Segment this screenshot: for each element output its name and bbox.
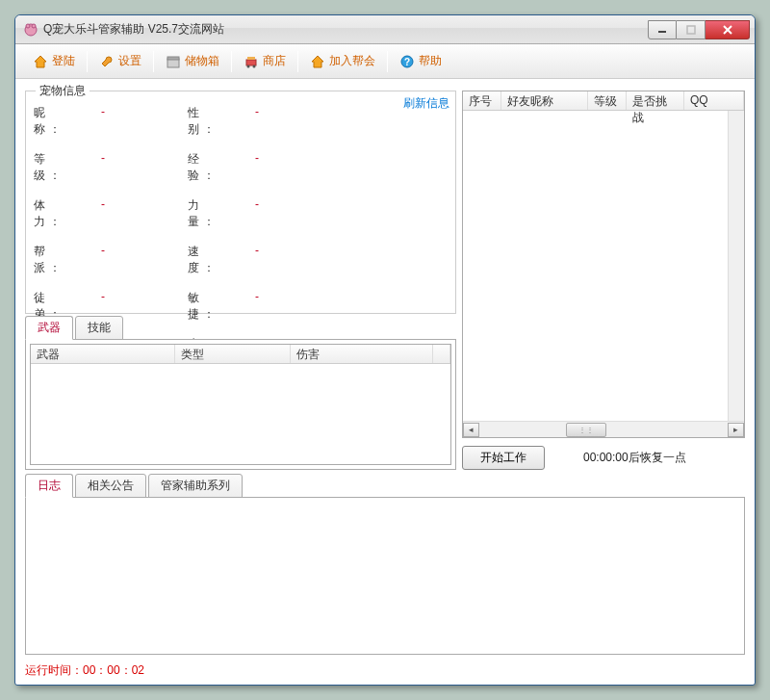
col-weapon-name[interactable]: 武器	[31, 345, 175, 363]
tab-weapon[interactable]: 武器	[25, 316, 73, 340]
friend-rows	[463, 111, 728, 421]
maximize-button	[677, 20, 706, 39]
svg-point-1	[26, 24, 30, 28]
speed-label: 速 度：	[188, 244, 245, 276]
help-button[interactable]: ? 帮助	[399, 53, 442, 69]
weapon-tab-host: 武器 技能 武器 类型 伤害	[25, 316, 456, 470]
svg-marker-14	[312, 56, 323, 67]
level-value: -	[101, 151, 178, 184]
horizontal-scrollbar[interactable]: ◂ ⋮⋮ ▸	[463, 421, 744, 437]
wrench-icon	[99, 54, 115, 69]
tab-log[interactable]: 日志	[25, 474, 73, 498]
tab-series[interactable]: 管家辅助系列	[148, 474, 243, 498]
speed-value: -	[255, 244, 313, 276]
log-tab-host: 日志 相关公告 管家辅助系列	[25, 474, 745, 655]
nickname-label: 昵 称：	[34, 105, 91, 138]
app-window: Q宠大乐斗管家辅助 V25.7交流网站 登陆 设置	[14, 14, 756, 686]
svg-marker-7	[35, 56, 46, 67]
storage-button[interactable]: 储物箱	[166, 53, 219, 69]
log-pane	[25, 497, 745, 655]
svg-point-12	[253, 65, 256, 67]
box-icon	[166, 54, 181, 69]
scroll-left-icon[interactable]: ◂	[463, 423, 479, 437]
login-button[interactable]: 登陆	[33, 53, 75, 69]
help-label: 帮助	[419, 53, 442, 69]
shop-button[interactable]: 商店	[244, 53, 286, 69]
storage-label: 储物箱	[185, 53, 219, 69]
restore-status: 00:00:00后恢复一点	[583, 450, 686, 466]
col-seq[interactable]: 序号	[463, 91, 501, 110]
power-label: 力 量：	[188, 197, 245, 230]
start-button[interactable]: 开始工作	[462, 446, 545, 470]
pet-info-group: 宠物信息 刷新信息 昵 称： - 性 别： - 等 级： - 经 验： - 体 …	[25, 91, 456, 314]
cart-icon	[244, 54, 259, 69]
shop-label: 商店	[263, 53, 286, 69]
svg-rect-4	[687, 26, 695, 34]
friend-list: 序号 好友昵称 等级 是否挑战 QQ ◂ ⋮⋮ ▸	[462, 91, 745, 438]
col-weapon-type[interactable]: 类型	[175, 345, 291, 363]
svg-text:?: ?	[404, 57, 410, 67]
svg-rect-13	[247, 57, 255, 60]
col-nick[interactable]: 好友昵称	[501, 91, 588, 110]
svg-point-2	[32, 24, 36, 28]
svg-point-11	[247, 65, 250, 67]
nickname-value: -	[101, 105, 178, 138]
refresh-link[interactable]: 刷新信息	[403, 95, 449, 112]
home-icon	[33, 54, 48, 69]
level-label: 等 级：	[34, 151, 91, 184]
stamina-label: 体 力：	[34, 197, 91, 230]
settings-label: 设置	[118, 53, 141, 69]
login-label: 登陆	[52, 53, 75, 69]
svg-rect-9	[167, 57, 179, 60]
join-gang-button[interactable]: 加入帮会	[310, 53, 375, 69]
minimize-button[interactable]	[648, 20, 677, 39]
window-title: Q宠大乐斗管家辅助 V25.7交流网站	[43, 21, 648, 38]
stamina-value: -	[101, 197, 178, 230]
weapon-pane: 武器 类型 伤害	[25, 339, 456, 470]
titlebar: Q宠大乐斗管家辅助 V25.7交流网站	[15, 15, 755, 44]
toolbar: 登陆 设置 储物箱 商店 加入帮	[15, 44, 755, 79]
exp-value: -	[255, 151, 313, 184]
gender-value: -	[255, 105, 313, 138]
scroll-right-icon[interactable]: ▸	[728, 423, 744, 437]
help-icon: ?	[399, 54, 415, 69]
tab-notice[interactable]: 相关公告	[75, 474, 146, 498]
exp-label: 经 验：	[188, 151, 245, 184]
gang-value: -	[101, 244, 178, 276]
col-level[interactable]: 等级	[588, 91, 627, 110]
close-button[interactable]	[706, 20, 750, 39]
vertical-scrollbar[interactable]	[728, 111, 744, 421]
content-area: 宠物信息 刷新信息 昵 称： - 性 别： - 等 级： - 经 验： - 体 …	[15, 79, 755, 685]
gang-label: 帮 派：	[34, 244, 91, 276]
gender-label: 性 别：	[188, 105, 245, 138]
join-gang-label: 加入帮会	[329, 53, 375, 69]
pet-info-legend: 宠物信息	[36, 83, 90, 99]
runtime-status: 运行时间：00：00：02	[25, 659, 745, 681]
settings-button[interactable]: 设置	[99, 53, 141, 69]
scroll-thumb[interactable]: ⋮⋮	[566, 423, 606, 437]
col-weapon-damage[interactable]: 伤害	[291, 345, 433, 363]
app-icon	[23, 22, 38, 38]
tab-skill[interactable]: 技能	[75, 316, 123, 340]
col-spacer	[433, 345, 450, 363]
friend-list-header: 序号 好友昵称 等级 是否挑战 QQ	[463, 91, 744, 111]
col-challenge[interactable]: 是否挑战	[627, 91, 684, 110]
power-value: -	[255, 197, 313, 230]
weapon-list-header: 武器 类型 伤害	[31, 345, 450, 364]
svg-rect-10	[246, 60, 256, 65]
home-icon	[310, 54, 325, 69]
col-qq[interactable]: QQ	[684, 91, 744, 110]
